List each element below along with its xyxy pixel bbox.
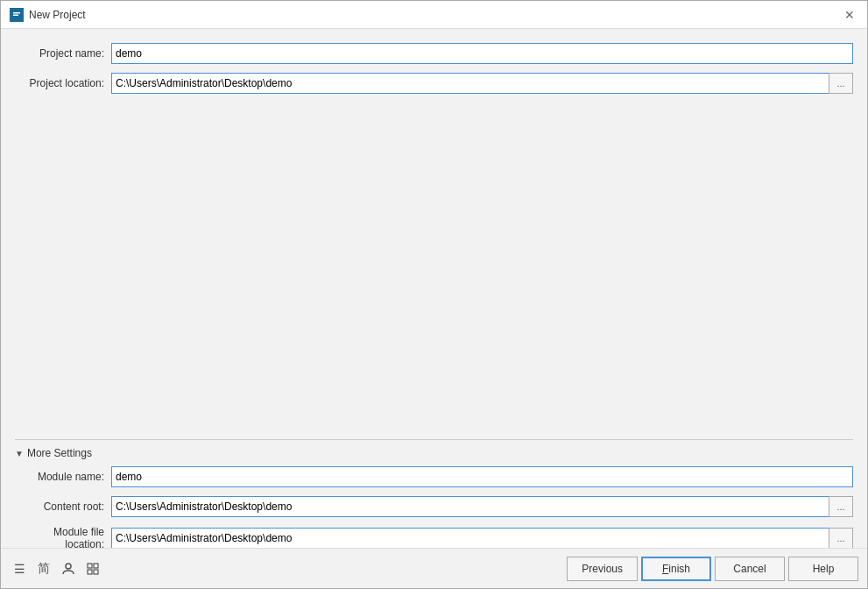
- project-name-input[interactable]: [111, 43, 853, 64]
- new-project-dialog: New Project ✕ Project name: Project loca…: [0, 0, 868, 589]
- more-settings-section: ▼ More Settings Module name: Content roo…: [15, 439, 853, 548]
- title-bar: New Project ✕: [1, 1, 867, 29]
- project-location-input-group: ...: [111, 73, 853, 94]
- svg-point-3: [66, 564, 71, 569]
- empty-area: [15, 103, 853, 436]
- svg-rect-6: [88, 570, 92, 574]
- module-name-label: Module name:: [15, 471, 111, 483]
- finish-button[interactable]: Finish: [641, 557, 711, 581]
- dialog-title: New Project: [29, 9, 86, 21]
- bottom-buttons: Previous Finish Cancel Help: [567, 557, 858, 581]
- cancel-button[interactable]: Cancel: [715, 557, 785, 581]
- more-settings-form: Module name: Content root: ... Module fi: [15, 466, 853, 548]
- menu-icon[interactable]: ☰: [10, 559, 29, 578]
- content-root-row: Content root: ...: [15, 496, 853, 517]
- collapse-arrow-icon: ▼: [15, 449, 24, 458]
- module-file-input-group: ...: [111, 528, 853, 548]
- module-file-browse-button[interactable]: ...: [829, 528, 853, 548]
- more-settings-header[interactable]: ▼ More Settings: [15, 447, 853, 459]
- user-icon[interactable]: [59, 559, 78, 578]
- bottom-left-icons: ☰ 简: [10, 559, 102, 578]
- main-content: Project name: Project location: ... ▼ Mo…: [1, 29, 867, 548]
- content-root-label: Content root:: [15, 500, 111, 513]
- module-file-row: Module file location: ...: [15, 526, 853, 548]
- help-button[interactable]: Help: [788, 557, 858, 581]
- project-location-row: Project location: ...: [15, 73, 853, 94]
- title-bar-left: New Project: [10, 8, 86, 22]
- grid-icon[interactable]: [83, 559, 102, 578]
- svg-rect-0: [11, 10, 22, 18]
- project-name-row: Project name:: [15, 43, 853, 64]
- previous-button[interactable]: Previous: [567, 557, 638, 581]
- module-name-input[interactable]: [111, 466, 853, 487]
- svg-rect-1: [13, 12, 20, 14]
- content-root-input[interactable]: [111, 496, 829, 517]
- svg-rect-5: [94, 564, 98, 568]
- dialog-icon: [10, 8, 24, 22]
- svg-rect-2: [13, 14, 18, 16]
- project-location-browse-button[interactable]: ...: [829, 73, 853, 94]
- project-location-input[interactable]: [111, 73, 829, 94]
- content-root-input-group: ...: [111, 496, 853, 517]
- module-file-input[interactable]: [111, 528, 829, 548]
- content-root-browse-button[interactable]: ...: [829, 496, 853, 517]
- simplified-icon[interactable]: 简: [34, 559, 53, 578]
- bottom-bar: ☰ 简 Previous Finish Cancel Hel: [1, 548, 867, 588]
- module-name-row: Module name:: [15, 466, 853, 487]
- svg-rect-4: [88, 564, 92, 568]
- project-name-label: Project name:: [15, 47, 111, 60]
- close-button[interactable]: ✕: [841, 6, 858, 24]
- more-settings-label: More Settings: [27, 447, 92, 459]
- svg-rect-7: [94, 570, 98, 574]
- module-file-label: Module file location:: [15, 526, 111, 548]
- content-area: Project name: Project location: ... ▼ Mo…: [1, 29, 867, 548]
- project-location-label: Project location:: [15, 77, 111, 89]
